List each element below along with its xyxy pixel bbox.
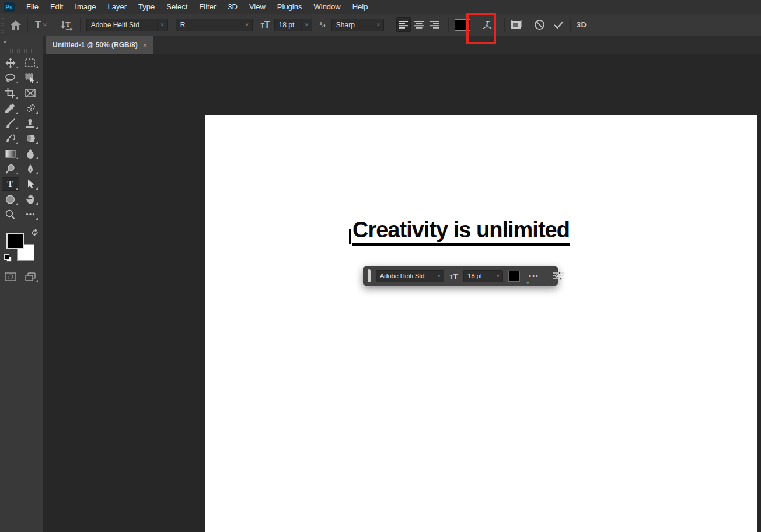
font-size-value: 18 pt — [275, 21, 301, 29]
edit-toolbar-more-button[interactable] — [22, 208, 39, 221]
commit-icon[interactable] — [553, 20, 564, 29]
collapse-toolbar-button[interactable]: « — [0, 36, 43, 47]
quick-mask-button[interactable] — [2, 270, 19, 284]
tool-options-bar: T ˅ T Adobe Heiti Std ˅ R ˅ TT 18 pt ˅ a… — [0, 14, 761, 36]
document-tab[interactable]: Untitled-1 @ 50% (RGB/8) × — [46, 36, 153, 54]
ellipse-tool[interactable] — [2, 192, 19, 206]
type-tool-preset-icon: T — [35, 19, 41, 31]
3d-button[interactable]: 3D — [577, 20, 587, 29]
toolbar-bottom-icons — [0, 270, 43, 284]
chevron-down-icon: ˅ — [242, 19, 252, 31]
tools-panel: « — [0, 36, 43, 532]
separator — [570, 18, 571, 32]
cancel-icon[interactable] — [534, 19, 545, 30]
text-orientation-icon[interactable]: T — [60, 19, 74, 31]
font-style-select[interactable]: R ˅ — [176, 19, 253, 32]
menu-image[interactable]: Image — [69, 0, 102, 14]
taskbar-font-size-value: 18 pt — [464, 272, 493, 279]
zoom-tool[interactable] — [2, 208, 19, 221]
dodge-tool[interactable] — [2, 162, 19, 176]
type-tool[interactable]: T — [2, 177, 19, 191]
chevron-down-icon: ˅ — [43, 22, 47, 28]
eyedropper-tool[interactable] — [2, 102, 19, 115]
paragraph-align-group — [396, 18, 442, 32]
menu-edit[interactable]: Edit — [44, 0, 69, 14]
font-size-select[interactable]: 18 pt ˅ — [274, 19, 312, 32]
rectangular-marquee-tool[interactable] — [22, 56, 39, 69]
chevron-down-icon: ˅ — [493, 271, 502, 282]
collapse-taskbar-caret-icon[interactable]: ˅ — [526, 281, 529, 286]
tool-preset-picker[interactable]: T ˅ — [35, 19, 47, 31]
text-layer[interactable]: Creativity is unlimited — [349, 218, 570, 246]
anti-alias-value: Sharp — [332, 21, 373, 29]
menu-layer[interactable]: Layer — [102, 0, 133, 14]
chevron-down-icon: ˅ — [157, 19, 167, 31]
document-canvas[interactable]: Creativity is unlimited Adobe Heiti Std … — [205, 116, 757, 532]
font-family-select[interactable]: Adobe Heiti Std ˅ — [86, 19, 168, 32]
move-tool[interactable] — [2, 56, 19, 69]
eraser-tool[interactable] — [22, 132, 39, 145]
menu-file[interactable]: File — [20, 0, 44, 14]
lasso-tool[interactable] — [2, 71, 19, 85]
spot-healing-brush-tool[interactable] — [22, 102, 39, 115]
pasteboard: Creativity is unlimited Adobe Heiti Std … — [43, 54, 761, 532]
hand-tool[interactable] — [22, 192, 39, 206]
font-size-icon: TT — [449, 271, 458, 281]
svg-text:T: T — [65, 20, 71, 29]
text-color-swatch[interactable] — [455, 19, 470, 31]
align-center-button[interactable] — [412, 18, 427, 32]
clone-stamp-tool[interactable] — [22, 117, 39, 130]
headline-text[interactable]: Creativity is unlimited — [352, 218, 570, 246]
chevron-down-icon: ˅ — [373, 19, 383, 31]
chevron-down-icon: ˅ — [301, 19, 312, 31]
menu-view[interactable]: View — [243, 0, 271, 14]
anti-alias-select[interactable]: Sharp ˅ — [331, 19, 384, 32]
separator — [80, 18, 81, 32]
object-selection-tool[interactable] — [22, 71, 39, 85]
menu-window[interactable]: Window — [308, 0, 346, 14]
brush-tool[interactable] — [2, 117, 19, 130]
frame-tool[interactable] — [22, 86, 39, 100]
default-colors-icon[interactable] — [4, 254, 12, 262]
crop-tool[interactable] — [2, 86, 19, 100]
gradient-tool[interactable] — [2, 147, 19, 160]
drag-handle[interactable] — [368, 270, 371, 282]
menu-help[interactable]: Help — [347, 0, 374, 14]
menu-filter[interactable]: Filter — [193, 0, 222, 14]
swap-colors-icon[interactable] — [30, 228, 39, 239]
path-selection-tool[interactable] — [22, 177, 39, 191]
blur-tool[interactable] — [22, 147, 39, 160]
align-right-button[interactable] — [428, 18, 442, 32]
menu-3d[interactable]: 3D — [222, 0, 243, 14]
foreground-color-swatch[interactable] — [6, 233, 24, 249]
menu-select[interactable]: Select — [160, 0, 193, 14]
warp-text-button[interactable]: T — [480, 18, 495, 32]
separator — [27, 18, 28, 32]
pen-tool[interactable] — [22, 162, 39, 176]
menu-plugins[interactable]: Plugins — [271, 0, 308, 14]
font-family-value: Adobe Heiti Std — [87, 21, 157, 29]
home-icon[interactable] — [10, 20, 22, 30]
toggle-panels-icon[interactable] — [511, 20, 522, 30]
main-area: « — [0, 36, 761, 532]
taskbar-font-size-select[interactable]: 18 pt ˅ — [463, 270, 503, 282]
text-cursor — [349, 229, 351, 244]
taskbar-text-color-swatch[interactable] — [508, 271, 520, 282]
align-left-button[interactable] — [396, 18, 411, 32]
color-picker-widget — [4, 228, 39, 262]
font-style-value: R — [176, 21, 242, 29]
separator — [547, 271, 547, 281]
history-brush-tool[interactable] — [2, 132, 19, 145]
properties-sliders-icon[interactable] — [553, 271, 564, 281]
menu-type[interactable]: Type — [132, 0, 160, 14]
document-tab-bar: Untitled-1 @ 50% (RGB/8) × — [43, 36, 761, 54]
taskbar-font-family-select[interactable]: Adobe Heiti Std ˅ — [376, 270, 444, 282]
more-options-icon[interactable]: ••• — [529, 272, 539, 279]
chevron-down-icon: ˅ — [434, 271, 444, 282]
screen-mode-button[interactable] — [22, 270, 39, 284]
separator — [504, 18, 505, 32]
type-tool-icon: T — [7, 179, 13, 189]
close-tab-icon[interactable]: × — [143, 41, 148, 50]
photoshop-logo-icon: Ps — [4, 2, 15, 12]
font-size-icon: TT — [261, 20, 270, 30]
